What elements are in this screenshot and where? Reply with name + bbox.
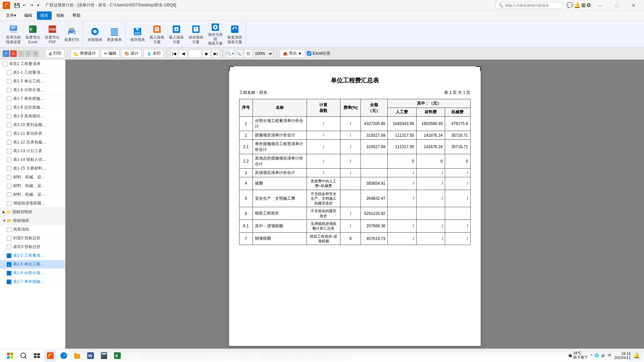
mat2-checkbox[interactable] [7, 184, 11, 188]
table1-14-checkbox[interactable] [7, 158, 11, 162]
print-button[interactable]: 🖨 打印 [45, 49, 64, 58]
fit-page-btn[interactable]: ⊡ [244, 50, 252, 58]
sidebar-item-bid-quote[interactable]: ▼ 📂 投标报价 [0, 217, 65, 225]
notification-btn[interactable]: 🔔 [633, 352, 640, 359]
export-button[interactable]: 📤 导出 ▼ [280, 49, 305, 58]
menu-help[interactable]: 帮助 [69, 11, 84, 20]
last-page-btn[interactable]: ▶| [212, 50, 220, 58]
sidebar-item-table1-5[interactable]: 表1-5 单位工程… [0, 77, 65, 86]
files-app[interactable] [71, 350, 83, 362]
nav-icon-3[interactable]: ↑ [17, 50, 24, 57]
sidebar-item-table1-10[interactable]: 表1-10 暂列金额… [0, 121, 65, 129]
sidebar-item-table1-12[interactable]: 表1-12 总承包服… [0, 138, 65, 147]
save-report2-btn[interactable]: 保存报表方案 [186, 22, 205, 46]
sidebar-item-cover3[interactable]: 封面3 投标总价 [0, 234, 65, 243]
sidebar-item-mat2[interactable]: 材料、机械、设… [0, 182, 65, 190]
zoom-select[interactable]: 100% 75% 150% [253, 50, 273, 58]
table1-2-checkbox[interactable]: ✓ [7, 253, 11, 258]
zoom-out-btn[interactable]: 🔍- [235, 50, 243, 58]
sidebar-item-page1[interactable]: 扉页1 工程量清单 [0, 60, 65, 68]
sidebar-item-table1-8[interactable]: 表1-8 总价措施… [0, 103, 65, 112]
maximize-button[interactable]: □ [609, 0, 625, 11]
nav-icon-1[interactable]: ≡ [3, 50, 9, 57]
nav-icon-2[interactable]: ✕ [10, 50, 17, 57]
excel-pages-checkbox[interactable] [307, 51, 311, 56]
more-report-btn[interactable]: 更多报表 [105, 22, 124, 46]
undo-btn[interactable]: ↩ [21, 2, 28, 9]
sidebar-item-table1-7b[interactable]: ✓ 表1-7 单价措施… [0, 278, 65, 286]
sidebar-item-mat1[interactable]: 材料、机械、设… [0, 173, 65, 182]
taskview-btn[interactable] [31, 350, 43, 362]
table1-6-checkbox[interactable] [7, 88, 11, 93]
search-input[interactable] [505, 3, 559, 7]
edge-app[interactable] [58, 350, 70, 362]
restore-system-btn[interactable]: 恢复系统报表方案 [225, 22, 244, 46]
bell-icon[interactable]: 🔔 [574, 2, 581, 8]
save-report-btn[interactable]: 保存报表 [128, 22, 147, 46]
sidebar-item-table1-11[interactable]: 表1-11 暂估价表 [0, 129, 65, 138]
start-button[interactable] [4, 350, 16, 362]
quick-save[interactable]: 💾 [13, 2, 20, 9]
table1-8-checkbox[interactable] [7, 105, 11, 110]
next-page-btn[interactable]: ▶ [203, 50, 211, 58]
prev-page-btn[interactable]: ◀ [179, 50, 187, 58]
grid-icon[interactable]: ⊞ [581, 2, 586, 8]
vat-checkbox[interactable] [7, 201, 11, 206]
lang-indicator[interactable]: 中 [608, 353, 611, 358]
word-app[interactable]: W [85, 350, 97, 362]
redo-btn[interactable]: ↪ [28, 2, 35, 9]
sidebar-item-table1-9[interactable]: 表1-9 其他项目… [0, 112, 65, 121]
excel-app[interactable]: X [111, 350, 123, 362]
table1-9-checkbox[interactable] [7, 114, 11, 119]
save-system-btn[interactable]: 保存为系统报表方案 [206, 22, 225, 46]
sidebar-item-page3[interactable]: 扉页3 投标总价 [0, 243, 65, 251]
minimize-button[interactable]: — [592, 0, 608, 11]
apply-settings-btn[interactable]: 应用当前报表设置 [4, 22, 23, 46]
simple-design-button[interactable]: 📐 简便设计 [71, 49, 99, 58]
table1-15-checkbox[interactable] [7, 166, 11, 171]
table1-13-checkbox[interactable] [7, 149, 11, 154]
sidebar-item-table1-5b[interactable]: ✓ 表1-5 单位工程… [0, 260, 65, 269]
network-icon[interactable]: 🌐 [594, 353, 599, 358]
table1-5-checkbox[interactable] [7, 79, 11, 84]
collapse-btn[interactable]: « [32, 50, 39, 57]
sidebar-item-table1-6b[interactable]: ✓ 表1-6 分部分项… [0, 269, 65, 278]
settings-icon[interactable]: ⚙ [586, 2, 591, 8]
first-page-btn[interactable]: |◀ [170, 50, 178, 58]
sidebar-item-table1-7[interactable]: 表1-7 单价措施… [0, 95, 65, 103]
page-number-input[interactable]: 1 [188, 50, 202, 58]
search-taskbar-btn[interactable] [17, 350, 30, 362]
sidebar-item-table1-14[interactable]: 表1-14 招标人供… [0, 156, 65, 164]
table1-12-checkbox[interactable] [7, 140, 11, 145]
tray-expand[interactable]: ^ [591, 354, 592, 358]
table1-5b-checkbox[interactable]: ✓ [7, 262, 11, 267]
cover3-checkbox[interactable] [7, 236, 11, 241]
sidebar-item-vat[interactable]: 增值税进项税额… [0, 199, 65, 208]
load-report-btn[interactable]: 载入报表方案 [148, 22, 166, 46]
help-icon[interactable]: 💬 [567, 2, 573, 8]
page3-checkbox[interactable] [7, 245, 11, 249]
table1-11-checkbox[interactable] [7, 131, 11, 136]
nav-icon-4[interactable]: ↓ [25, 50, 32, 57]
sidebar-item-table1-6[interactable]: 表1-6 分部分项… [0, 86, 65, 95]
excel-pages-label[interactable]: Excel分页 [307, 51, 330, 56]
menu-file[interactable]: 文件▾ [3, 11, 19, 20]
sidebar-item-table1-15[interactable]: 表1-15 主要材料… [0, 164, 65, 173]
table1-10-checkbox[interactable] [7, 123, 11, 127]
page1-checkbox[interactable] [3, 62, 7, 66]
sidebar-item-notice[interactable]: 填表须知 [0, 225, 65, 234]
table1-7-checkbox[interactable] [7, 97, 11, 101]
batch-pdf-btn[interactable]: PDF 批量导出PDF [43, 22, 62, 46]
sidebar-item-bid-control[interactable]: ▶ 📁 招标控制价 [0, 208, 65, 217]
load-report2-btn[interactable]: 载入报表方案 [167, 22, 186, 46]
sidebar-item-table1-13[interactable]: 表1-13 计日工表 [0, 147, 65, 156]
batch-excel-btn[interactable]: E 批量导出Excel [23, 22, 42, 46]
edit-button[interactable]: ✏ 编辑 [101, 49, 119, 58]
design-button[interactable]: 🎨 设计 [121, 49, 142, 58]
mat3-checkbox[interactable] [7, 192, 11, 197]
close-button[interactable]: ✕ [626, 0, 641, 11]
table1-6b-checkbox[interactable]: ✓ [7, 271, 11, 276]
menu-report[interactable]: 报表 [37, 11, 52, 20]
watermark-button[interactable]: 💧 水印 [144, 49, 164, 58]
menu-index[interactable]: 指标 [53, 11, 68, 20]
